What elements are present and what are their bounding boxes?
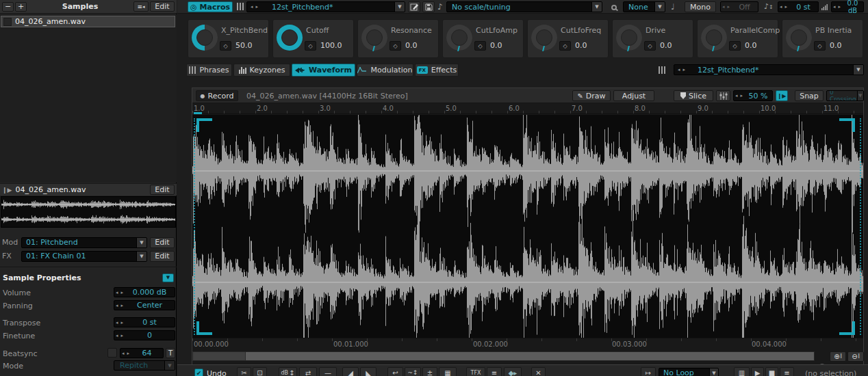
macro-knob[interactable]: [192, 25, 218, 51]
chevron-down-icon[interactable]: ▼: [394, 2, 405, 12]
increment-icon[interactable]: ▸: [126, 351, 131, 356]
decrement-icon[interactable]: ◂: [778, 4, 784, 10]
increment-icon[interactable]: ▸: [784, 4, 789, 10]
beatsync-spinner[interactable]: ◂▸ 64: [120, 348, 164, 358]
macros-toggle-button[interactable]: ◎ Macros: [188, 1, 233, 12]
play-sample-icon[interactable]: ❙▶: [2, 187, 12, 193]
slice-sensitivity-value[interactable]: 50 %: [744, 92, 772, 100]
beatsync-tap-button[interactable]: T: [166, 348, 175, 358]
scale-select[interactable]: No scale/tuning ▼: [446, 1, 602, 12]
panning-spinner[interactable]: ◂▸ Center: [114, 300, 175, 310]
tab-waveform[interactable]: Waveform: [292, 64, 355, 77]
fade-out-icon[interactable]: ◣: [360, 367, 376, 376]
chevron-down-icon[interactable]: ▼: [591, 2, 602, 12]
waveform-display[interactable]: [192, 115, 863, 338]
increment-icon[interactable]: ▸: [739, 93, 745, 98]
increment-icon[interactable]: ▸: [120, 290, 125, 295]
slice-options-icon[interactable]: [716, 90, 730, 101]
slice-sensitivity-spinner[interactable]: ◂▸ 50 %: [733, 90, 773, 101]
loop-end-top-handle[interactable]: [839, 118, 855, 132]
save-preset-icon[interactable]: [422, 1, 435, 12]
macro-mapping-icon[interactable]: ◇: [729, 41, 741, 51]
sample-list-item[interactable]: 04_026_amen.wav: [1, 16, 175, 27]
decrement-icon[interactable]: ◂: [114, 333, 120, 338]
mono-button[interactable]: Mono: [685, 1, 716, 12]
slice-play-toggle[interactable]: ❙▶: [776, 90, 788, 101]
chevron-down-icon[interactable]: ▼: [709, 368, 718, 376]
finetune-spinner[interactable]: ◂▸ 0: [114, 330, 175, 340]
loop-end-line[interactable]: [860, 118, 861, 335]
increment-icon[interactable]: ▸: [120, 320, 125, 325]
quantize-select[interactable]: None ▼: [623, 1, 665, 12]
sample-thumbnail-waveform[interactable]: [1, 197, 175, 227]
instrument-volume-value[interactable]: 0.0 dB: [842, 0, 863, 14]
decrement-icon[interactable]: ◂: [114, 303, 120, 308]
instrument-transpose-spinner[interactable]: ◂▸ 0 st: [778, 1, 819, 12]
volume-spinner[interactable]: ◂▸ 0.000 dB: [114, 287, 175, 297]
fade-in-icon[interactable]: ◢: [342, 367, 359, 376]
chevron-down-icon[interactable]: ▼: [136, 252, 146, 261]
finetune-value[interactable]: 0: [125, 331, 175, 340]
swap-channels-icon[interactable]: ⇄: [299, 367, 317, 376]
fx-edit-button[interactable]: Edit: [150, 251, 175, 262]
macro-knob[interactable]: [277, 25, 303, 51]
dc-remove-icon[interactable]: —: [319, 367, 337, 376]
normalize-icon[interactable]: ~↕: [405, 367, 421, 376]
sample-checkbox[interactable]: [3, 18, 12, 26]
gain-icon[interactable]: dB↕: [279, 367, 297, 376]
macro-mapping-icon[interactable]: ◇: [220, 41, 231, 51]
macro-knob[interactable]: [786, 25, 812, 51]
increment-icon[interactable]: ▸: [120, 333, 125, 338]
instrument-transpose-value[interactable]: 0 st: [789, 3, 818, 12]
draw-button[interactable]: ✎ Draw: [572, 90, 611, 101]
mod-select[interactable]: 01: Pitchbend ▼: [21, 237, 147, 248]
collapse-properties-button[interactable]: ▼: [162, 273, 174, 282]
chevron-down-icon[interactable]: ▼: [136, 238, 146, 247]
increment-icon[interactable]: ▸: [837, 4, 843, 10]
glide-amount-spinner[interactable]: ◂▸ Off: [720, 1, 758, 12]
sample-edit-button[interactable]: Edit: [150, 185, 175, 195]
transpose-value[interactable]: 0 st: [125, 318, 175, 327]
tfx-button[interactable]: TFX: [466, 367, 485, 376]
waveform-canvas[interactable]: [192, 115, 863, 338]
loop-start-line[interactable]: [194, 118, 195, 335]
macro-mapping-icon[interactable]: ◇: [644, 41, 656, 51]
resample-icon[interactable]: ▦: [439, 367, 457, 376]
chevron-down-icon[interactable]: ▼: [654, 2, 665, 12]
macro-mapping-icon[interactable]: ◇: [390, 41, 401, 51]
play-icon[interactable]: ▶: [751, 367, 764, 376]
fx-select[interactable]: 01: FX Chain 01 ▼: [21, 251, 147, 262]
options-menu-icon[interactable]: ≡: [780, 367, 794, 376]
macro-value[interactable]: 0.0: [575, 41, 587, 50]
remove-sample-button[interactable]: −: [2, 2, 14, 12]
loop-mode-select[interactable]: No Loop ▼: [659, 368, 719, 376]
zoom-out-button[interactable]: ⊖I: [847, 351, 864, 362]
next-preset-icon[interactable]: ▸: [255, 4, 260, 10]
tab-modulation[interactable]: Modulation: [357, 64, 413, 77]
sample-thumbnail[interactable]: [1, 196, 176, 228]
instrument-volume-spinner[interactable]: ◂▸ 0.0 dB: [831, 1, 864, 12]
macro-mapping-icon[interactable]: ◇: [474, 41, 486, 51]
decrement-icon[interactable]: ◂: [734, 93, 739, 98]
search-icon[interactable]: [611, 5, 617, 10]
tab-keyzones[interactable]: Keyzones: [233, 64, 290, 77]
macro-knob[interactable]: [701, 25, 727, 51]
macro-mapping-icon[interactable]: ◇: [814, 41, 826, 51]
prev-preset-icon[interactable]: ◂: [247, 4, 255, 10]
snap-button[interactable]: Snap: [795, 90, 824, 101]
panning-value[interactable]: Center: [125, 301, 175, 310]
mod-edit-button[interactable]: Edit: [150, 237, 175, 248]
mode-select[interactable]: Repitch ▼: [114, 360, 175, 371]
process-menu-icon[interactable]: ≡: [487, 367, 502, 376]
dc-offset-icon[interactable]: ±: [422, 367, 437, 376]
keyboard-icon[interactable]: ▥: [734, 367, 750, 376]
beatsync-value[interactable]: 64: [131, 349, 163, 358]
macro-value[interactable]: 0.0: [660, 41, 672, 50]
loop-start-bottom-handle[interactable]: [196, 321, 212, 335]
loop-end-bottom-handle[interactable]: [839, 321, 855, 335]
macro-value[interactable]: 100.0: [320, 41, 342, 50]
macro-knob[interactable]: [531, 25, 557, 51]
macro-mapping-icon[interactable]: ◇: [559, 41, 571, 51]
decrement-icon[interactable]: ◂: [721, 4, 726, 10]
delete-icon[interactable]: ✕: [531, 367, 546, 376]
